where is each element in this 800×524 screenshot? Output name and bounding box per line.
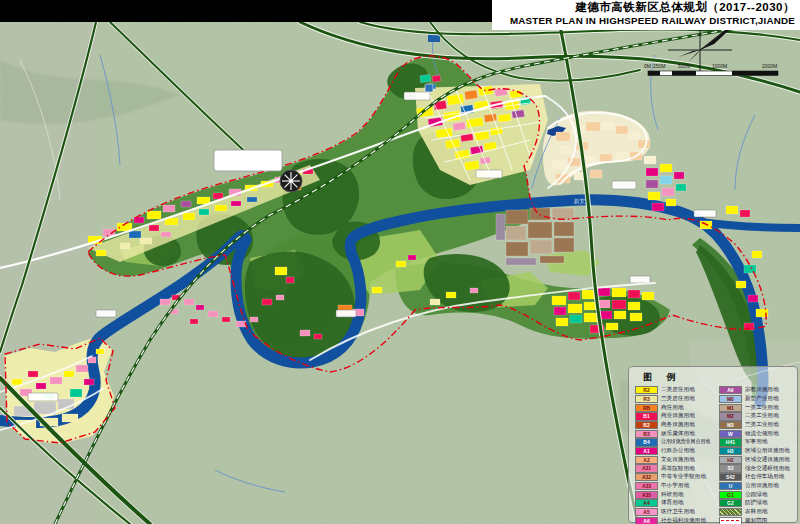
legend-item: M3三类工业用地 [719, 421, 797, 430]
station-icon [425, 84, 433, 92]
empty-callout-box [214, 150, 282, 171]
legend-item: U公用设施用地 [719, 482, 797, 491]
legend-label: 文化设施用地 [661, 456, 695, 464]
parcel [372, 287, 382, 293]
legend-label: 医疗卫生用地 [661, 508, 695, 516]
parcel [586, 122, 600, 131]
parcel [602, 122, 614, 130]
legend-label: 体育用地 [661, 499, 683, 507]
legend-item: H41军事用地 [719, 438, 797, 447]
legend-item: B3娱乐康体用地 [635, 429, 717, 438]
parcel [262, 299, 272, 305]
legend-label: 防护绿地 [745, 499, 767, 507]
legend-item: A5医疗卫生用地 [635, 508, 717, 517]
legend-label: 综合交通枢纽用地 [745, 465, 790, 473]
parcel [528, 222, 552, 238]
legend-swatch: A1 [635, 447, 658, 455]
parcel [184, 299, 194, 305]
legend-swatch: M2 [719, 412, 742, 420]
parcel [560, 146, 572, 154]
scale-label: 250M [653, 63, 666, 69]
legend-swatch: A4 [635, 499, 658, 507]
map-title-cn: 建德市高铁新区总体规划（2017--2030） [492, 1, 795, 14]
legend-label: 公园绿地 [745, 491, 767, 499]
legend-item: B4公用设施营业网点用地 [635, 438, 717, 447]
legend-item: M2二类工业用地 [719, 412, 797, 421]
parcel [556, 318, 568, 326]
legend-label: 中小学用地 [661, 482, 689, 490]
legend-item: 规划范围 [719, 516, 797, 524]
parcel [568, 292, 580, 300]
parcel [512, 110, 525, 119]
parcel [584, 313, 598, 322]
parcel [584, 302, 596, 310]
parcel [506, 258, 536, 265]
parcel [34, 402, 56, 414]
legend-swatch: R3 [635, 395, 658, 403]
legend-item: B2商务设施用地 [635, 421, 717, 430]
parcel [506, 226, 526, 240]
parcel [676, 184, 686, 191]
legend-label: 科研用地 [661, 491, 683, 499]
parcel [554, 222, 574, 236]
parcel [554, 238, 574, 252]
place-label-tag [96, 310, 116, 317]
legend-label: 新型产业用地 [745, 395, 779, 403]
parcel [120, 243, 130, 249]
parcel [644, 156, 656, 164]
legend-label: 三类居住用地 [661, 395, 695, 403]
legend-swatch: M3 [719, 421, 742, 429]
legend-label: 一类工业用地 [745, 404, 779, 412]
legend-columns: R2二类居住用地R3三类居住用地RB商住用地B1商业设施用地B2商务设施用地B3… [635, 386, 797, 524]
parcel [465, 90, 478, 100]
parcel [62, 414, 78, 422]
parcel [314, 334, 322, 339]
parcel [552, 208, 574, 220]
legend-item: A35科研用地 [635, 490, 717, 499]
legend-item: M0新型产业用地 [719, 395, 797, 404]
legend-swatch: M0 [719, 395, 742, 403]
legend-swatch: A6 [635, 517, 658, 524]
legend-swatch: S3 [719, 464, 742, 472]
parcel [530, 240, 552, 254]
legend-label: 区域公用设施用地 [745, 447, 790, 455]
legend-label: 二类居住用地 [661, 386, 695, 394]
parcel [496, 214, 505, 240]
legend-label: 公用设施营业网点用地 [661, 438, 710, 446]
parcel [628, 290, 640, 298]
parcel [598, 288, 610, 296]
parcel [199, 209, 209, 215]
legend-label: 二类工业用地 [745, 412, 779, 420]
parcel [726, 206, 738, 214]
parcel [540, 256, 564, 263]
legend-item: R2二类居住用地 [635, 386, 717, 395]
legend-swatch: H3 [719, 447, 742, 455]
parcel [752, 251, 762, 258]
parcel [552, 160, 566, 169]
legend-label: 中等专业学校用地 [661, 473, 706, 481]
map-title-en: MASTER PLAN IN HIGHSPEED RAILWAY DISTRIC… [492, 14, 795, 27]
legend-item: 农林用地 [719, 508, 797, 517]
place-label-tag [612, 181, 636, 189]
parcel [36, 383, 46, 389]
parcel [96, 250, 106, 256]
legend-label: 行政办公用地 [661, 447, 695, 455]
parcel [275, 267, 287, 275]
legend-column-right: A9宗教设施用地M0新型产业用地M1一类工业用地M2二类工业用地M3三类工业用地… [719, 386, 797, 524]
parcel [614, 311, 626, 319]
legend-item: A33中小学用地 [635, 482, 717, 491]
legend-label: 物流仓储用地 [745, 430, 779, 438]
legend-item: R3三类居住用地 [635, 395, 717, 404]
parcel [646, 180, 658, 188]
parcel [147, 211, 161, 219]
parcel [300, 330, 310, 336]
parcel [231, 201, 241, 206]
parcel [570, 315, 582, 323]
legend-swatch: B4 [635, 438, 658, 446]
legend-item: RB商住用地 [635, 403, 717, 412]
legend-swatch: H41 [719, 438, 742, 446]
parcel [276, 295, 284, 300]
legend-swatch: A33 [635, 482, 658, 490]
legend-swatch: B1 [635, 412, 658, 420]
parcel [396, 261, 406, 267]
